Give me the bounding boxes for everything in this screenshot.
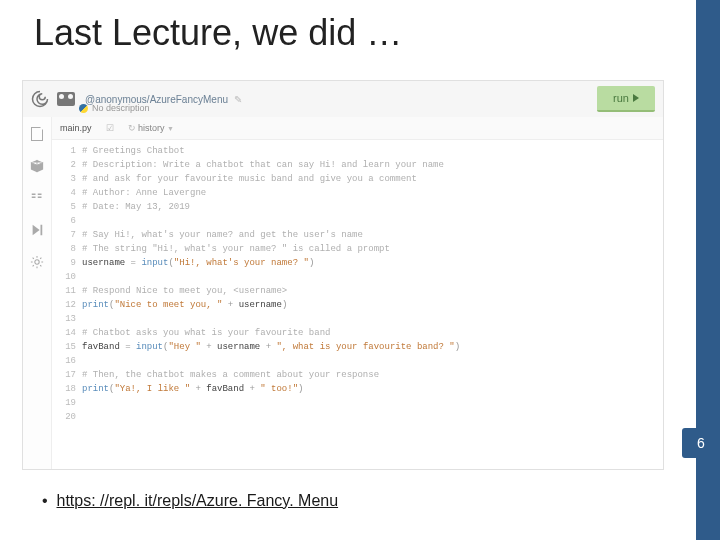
slide-title: Last Lecture, we did … [34,12,402,54]
play-icon [633,94,639,102]
left-rail [23,117,52,469]
page-number: 6 [682,428,720,458]
no-description: No description [92,103,150,113]
play-rail-icon[interactable] [30,223,44,237]
pencil-icon[interactable]: ✎ [234,94,242,105]
repl-subheader: No description [79,103,150,113]
tab-main[interactable]: main.py [60,123,92,133]
svg-rect-2 [38,194,42,196]
tab-save-icon[interactable]: ☑ [106,123,114,133]
svg-rect-4 [41,225,43,236]
tab-history[interactable]: ↻ history ▼ [128,123,174,133]
svg-point-5 [35,260,39,264]
code-area: main.py ☑ ↻ history ▼ 123456789101112131… [52,117,663,469]
gear-icon[interactable] [30,255,44,269]
package-icon[interactable] [30,159,44,173]
repl-logo-icon [31,90,49,108]
repl-link[interactable]: https: //repl. it/repls/Azure. Fancy. Me… [57,492,339,509]
run-label: run [613,92,629,104]
indent-icon[interactable] [30,191,44,205]
chevron-down-icon: ▼ [167,125,174,132]
python-icon [79,104,88,113]
history-label: history [138,123,165,133]
slide: Last Lecture, we did … @anonymous / Azur… [0,0,720,540]
bullet-line: • https: //repl. it/repls/Azure. Fancy. … [42,492,338,510]
file-icon[interactable] [30,127,44,141]
side-strip [696,0,720,540]
line-gutter: 1234567891011121314151617181920 [52,144,82,469]
users-icon[interactable] [57,92,75,106]
svg-rect-3 [38,197,42,199]
code-lines: # Greetings Chatbot# Description: Write … [82,144,663,469]
bullet-marker: • [42,492,48,509]
repo-name[interactable]: AzureFancyMenu [150,94,228,105]
repl-body: main.py ☑ ↻ history ▼ 123456789101112131… [23,117,663,469]
run-button[interactable]: run [597,86,655,112]
svg-rect-1 [32,197,36,199]
code-editor[interactable]: 1234567891011121314151617181920 # Greeti… [52,140,663,469]
repl-screenshot: @anonymous / AzureFancyMenu ✎ run No des… [22,80,664,470]
history-icon: ↻ [128,123,136,133]
svg-rect-0 [32,194,36,196]
editor-tabs: main.py ☑ ↻ history ▼ [52,117,663,140]
